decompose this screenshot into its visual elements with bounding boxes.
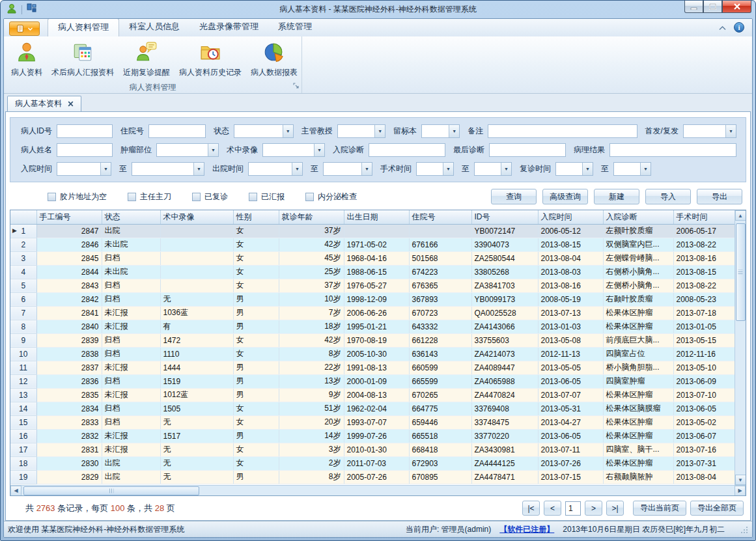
export-button[interactable]: 导出 (697, 189, 742, 204)
table-row[interactable]: 102838归档1110女8岁2005-10-30636143ZA4214073… (10, 347, 735, 361)
cell[interactable]: 42岁 (279, 333, 344, 347)
cell[interactable]: 2011-07-03 (344, 456, 409, 470)
cell[interactable]: 男 (233, 292, 279, 306)
cell[interactable] (344, 224, 409, 238)
ribbon-tab-department-staff[interactable]: 科室人员信息 (119, 18, 189, 36)
patient-report-chart-button[interactable]: 病人数据报表 (246, 38, 302, 79)
chevron-down-icon[interactable]: ▼ (501, 163, 511, 175)
cell[interactable]: 665599 (409, 374, 471, 388)
admission-time-from-combo[interactable]: ▼ (57, 162, 111, 176)
cell[interactable]: 7 (10, 306, 36, 320)
cell[interactable]: 670723 (409, 306, 471, 320)
cell[interactable]: 19 (10, 470, 36, 484)
checkbox-chief-surgeon[interactable]: 主任主刀 (128, 191, 171, 202)
table-row[interactable]: 192829出院无男8岁2005-07-26670895ZA4478471201… (10, 470, 735, 484)
new-button[interactable]: 新建 (594, 189, 639, 204)
cell[interactable]: 22岁 (279, 361, 344, 374)
chevron-down-icon[interactable]: ▼ (374, 125, 385, 137)
column-header[interactable]: 入院诊断 (603, 210, 673, 224)
next-page-button[interactable]: > (585, 501, 602, 516)
table-row[interactable]: 112837未汇报1444男22岁1991-08-13660599ZA40894… (10, 361, 735, 374)
cell[interactable]: 1962-02-04 (344, 402, 409, 415)
cell[interactable]: 归档 (102, 415, 160, 429)
cell[interactable]: 出院 (102, 224, 160, 238)
checkbox-icon[interactable] (48, 193, 56, 201)
cell[interactable]: 2013-08-15 (673, 265, 735, 279)
followup-reminder-button[interactable]: 近期复诊提醒 (119, 38, 175, 79)
cell[interactable]: 2004-08-13 (344, 388, 409, 402)
cell[interactable]: 女 (233, 402, 279, 415)
minimize-button[interactable] (684, 1, 703, 13)
cell[interactable]: 男 (233, 470, 279, 484)
cell[interactable]: 无 (160, 292, 233, 306)
cell[interactable]: 1999-07-26 (344, 429, 409, 443)
cell[interactable]: 2013-05-02 (673, 415, 735, 429)
cell[interactable]: 左额叶胶质瘤 (603, 224, 673, 238)
cell[interactable]: 归档 (102, 279, 160, 292)
cell[interactable]: 665518 (409, 429, 471, 443)
cell[interactable]: 3 (10, 251, 36, 265)
cell[interactable]: 无 (160, 443, 233, 456)
cell[interactable]: 2833 (36, 415, 102, 429)
vertical-scroll-thumb[interactable] (736, 223, 746, 321)
cell[interactable]: 2838 (36, 347, 102, 361)
cell[interactable]: 男 (233, 320, 279, 333)
cell[interactable]: 2013-06-05 (673, 402, 735, 415)
cell[interactable]: 归档 (102, 251, 160, 265)
final-dx-input[interactable] (489, 143, 566, 157)
table-row[interactable]: 22846未出院女42岁1971-05-02676166339040732013… (10, 238, 735, 251)
cell[interactable]: 12 (10, 374, 36, 388)
cell[interactable]: 松果体区肿瘤 (603, 429, 673, 443)
query-button[interactable]: 查询 (491, 189, 537, 204)
cell[interactable]: 33748475 (471, 415, 538, 429)
cell[interactable]: 2834 (36, 402, 102, 415)
cell[interactable]: 未出院 (102, 265, 160, 279)
remark-input[interactable] (488, 124, 637, 138)
cell[interactable]: 2013-07-13 (538, 306, 603, 320)
cell[interactable]: ZA3430981 (471, 443, 538, 456)
cell[interactable]: 2841 (36, 306, 102, 320)
vertical-scrollbar[interactable]: ▲ ▼ (735, 210, 746, 485)
cell[interactable]: 33755603 (471, 333, 538, 347)
discharge-time-to-combo[interactable]: ▼ (323, 162, 372, 176)
cell[interactable]: 2837 (36, 361, 102, 374)
cell[interactable]: 10 (10, 347, 36, 361)
column-header[interactable]: 术中录像 (160, 210, 233, 224)
table-row[interactable]: 172831未汇报无女3岁2010-01-30668418ZA343098120… (10, 443, 735, 456)
cell[interactable]: 归档 (102, 292, 160, 306)
cell[interactable]: 右颞叶胶质瘤 (603, 292, 673, 306)
table-row[interactable]: 52843归档女37岁1976-05-27676365ZA38417032013… (10, 279, 735, 292)
cell[interactable]: 1971-05-02 (344, 238, 409, 251)
cell[interactable]: 2006-06-26 (344, 306, 409, 320)
cell[interactable]: 2010-01-30 (344, 443, 409, 456)
table-row[interactable]: 62842归档无男10岁1998-12-09367893YB0099173200… (10, 292, 735, 306)
cell[interactable]: 2832 (36, 429, 102, 443)
column-header[interactable]: ID号 (471, 210, 538, 224)
cell[interactable]: YB0099173 (471, 292, 538, 306)
cell[interactable]: 无 (160, 470, 233, 484)
cell[interactable]: 2013-07-10 (673, 388, 735, 402)
cell[interactable]: 25岁 (279, 265, 344, 279)
cell[interactable]: 660599 (409, 361, 471, 374)
checkbox-reported[interactable]: 已汇报 (249, 191, 285, 202)
cell[interactable]: QA0025528 (471, 306, 538, 320)
chevron-down-icon[interactable]: ▼ (640, 163, 651, 175)
cell[interactable]: 2013-05-10 (673, 361, 735, 374)
cell[interactable]: 2 (10, 238, 36, 251)
cell[interactable]: 51岁 (279, 402, 344, 415)
cell[interactable]: 2000-01-09 (344, 374, 409, 388)
cell[interactable]: 出院 (102, 470, 160, 484)
cell[interactable]: 670895 (409, 470, 471, 484)
cell[interactable]: 33769408 (471, 402, 538, 415)
checkbox-followed-up[interactable]: 已复诊 (192, 191, 228, 202)
cell[interactable]: 2013-06-07 (673, 429, 735, 443)
scroll-down-icon[interactable]: ▼ (735, 475, 746, 485)
cell[interactable]: 2013-08-15 (538, 238, 603, 251)
cell[interactable]: 未汇报 (102, 306, 160, 320)
cell[interactable]: 2842 (36, 292, 102, 306)
column-header[interactable]: 住院号 (409, 210, 471, 224)
cell[interactable]: 男 (233, 306, 279, 320)
export-current-page-button[interactable]: 导出当前页 (633, 501, 686, 516)
chevron-down-icon[interactable]: ▼ (100, 163, 111, 175)
cell[interactable]: 松果体区脑膜瘤 (603, 402, 673, 415)
